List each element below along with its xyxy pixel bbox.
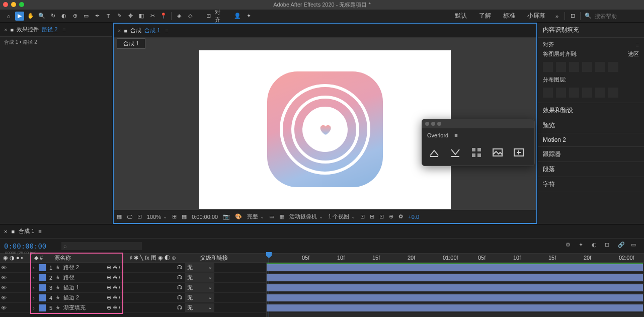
pickwhip-icon[interactable]: ☊ bbox=[177, 304, 182, 311]
mode-icons[interactable]: ⊕ ※ / bbox=[107, 284, 120, 291]
layer-name[interactable]: 渐变填充 bbox=[61, 304, 107, 311]
layer-bar[interactable] bbox=[267, 304, 643, 311]
overlord-image-icon[interactable] bbox=[491, 145, 505, 160]
parent-dropdown[interactable]: 无⌄ bbox=[185, 273, 214, 282]
dist-4-icon[interactable] bbox=[582, 88, 592, 98]
layer-name[interactable]: 路径 2 bbox=[61, 264, 107, 271]
dist-2-icon[interactable] bbox=[556, 88, 566, 98]
align-to-value[interactable]: 选区 bbox=[628, 50, 639, 58]
workspace-default[interactable]: 默认 bbox=[450, 12, 472, 20]
expand-icon[interactable]: › bbox=[30, 275, 37, 281]
vf-icon-3[interactable]: ⊡ bbox=[379, 213, 384, 220]
mode-icons[interactable]: ⊕ ※ / bbox=[107, 304, 120, 311]
search-icon[interactable]: 🔍 bbox=[584, 12, 593, 21]
snapshot-icon[interactable]: 📷 bbox=[223, 213, 230, 220]
exposure-value[interactable]: +0.0 bbox=[408, 214, 419, 220]
overlord-close-icon[interactable] bbox=[425, 122, 429, 126]
brush-tool-icon[interactable]: ✎ bbox=[115, 12, 124, 21]
visibility-icon[interactable]: 👁 bbox=[0, 295, 7, 301]
transparency-icon[interactable]: ▦ bbox=[279, 213, 284, 220]
grid-icon[interactable]: ▦ bbox=[182, 213, 187, 220]
parent-dropdown[interactable]: 无⌄ bbox=[185, 293, 214, 302]
layer-name[interactable]: 路径 bbox=[61, 274, 107, 281]
expand-icon[interactable]: › bbox=[30, 285, 37, 291]
vf-icon-5[interactable]: ✿ bbox=[398, 213, 403, 220]
mask-icon[interactable]: ✦ bbox=[244, 12, 253, 21]
expand-icon[interactable]: › bbox=[30, 265, 37, 271]
pickwhip-icon[interactable]: ☊ bbox=[177, 284, 182, 291]
align-right-icon[interactable] bbox=[569, 62, 579, 72]
dist-1-icon[interactable] bbox=[543, 88, 553, 98]
dist-5-icon[interactable] bbox=[595, 88, 605, 98]
time-ruler[interactable]: 05f 10f 15f 20f 01:00f 05f 10f 15f 20f 0… bbox=[267, 254, 644, 263]
section-align[interactable]: 对齐 bbox=[543, 41, 554, 48]
search-help-input[interactable] bbox=[595, 13, 640, 19]
pickwhip-icon[interactable]: ☊ bbox=[177, 294, 182, 301]
anchor-tool-icon[interactable]: ⊕ bbox=[70, 12, 79, 21]
text-tool-icon[interactable]: T bbox=[104, 12, 113, 21]
visibility-icon[interactable]: 👁 bbox=[0, 305, 7, 311]
comp-tab-active[interactable]: 合成 1 bbox=[144, 27, 160, 34]
zoom-dropdown[interactable]: 100% bbox=[147, 214, 167, 220]
effects-tab-label[interactable]: 效果控件 bbox=[17, 26, 39, 33]
snap-icon[interactable]: ⊡ bbox=[204, 12, 213, 21]
close-comp-tab-icon[interactable]: × bbox=[118, 28, 121, 34]
tl-icon-2[interactable]: ✦ bbox=[579, 242, 588, 251]
tl-icon-1[interactable]: ⚙ bbox=[566, 242, 575, 251]
vf-icon-2[interactable]: ⊞ bbox=[370, 213, 374, 220]
visibility-icon[interactable]: 👁 bbox=[0, 265, 7, 271]
timeline-tracks[interactable]: 05f 10f 15f 20f 01:00f 05f 10f 15f 20f 0… bbox=[267, 263, 644, 317]
layer-bar[interactable] bbox=[267, 274, 643, 281]
track[interactable] bbox=[267, 263, 644, 273]
comp-panel-menu-icon[interactable]: ≡ bbox=[165, 28, 168, 34]
align-hcenter-icon[interactable] bbox=[556, 62, 566, 72]
tl-icon-5[interactable]: 🔗 bbox=[618, 242, 627, 251]
dist-3-icon[interactable] bbox=[569, 88, 579, 98]
layer-row[interactable]: 👁 › 2 ★ 路径 ⊕ ※ / ☊无⌄ bbox=[0, 273, 266, 283]
rotate-tool-icon[interactable]: ◐ bbox=[59, 12, 68, 21]
overlord-grid-icon[interactable] bbox=[469, 145, 484, 160]
align-top-icon[interactable] bbox=[582, 62, 592, 72]
align-vcenter-icon[interactable] bbox=[595, 62, 605, 72]
clone-tool-icon[interactable]: ✥ bbox=[126, 12, 135, 21]
tl-icon-3[interactable]: ◐ bbox=[592, 242, 601, 251]
layer-row[interactable]: 👁 › 5 ★ 渐变填充 ⊕ ※ / ☊无⌄ bbox=[0, 303, 266, 313]
pickwhip-icon[interactable]: ☊ bbox=[177, 274, 182, 281]
layer-bar[interactable] bbox=[267, 294, 643, 301]
track[interactable] bbox=[267, 293, 644, 303]
layer-name[interactable]: 描边 1 bbox=[61, 284, 107, 291]
parent-dropdown[interactable]: 无⌄ bbox=[185, 303, 214, 312]
time-display[interactable]: 0:00:00:00 bbox=[192, 214, 218, 220]
views-dropdown[interactable]: 1 个视图 bbox=[328, 213, 355, 220]
mode-icons[interactable]: ⊕ ※ / bbox=[107, 264, 120, 271]
overlord-pull-icon[interactable] bbox=[448, 145, 462, 160]
section-character[interactable]: 字符 bbox=[543, 180, 639, 189]
align-left-icon[interactable] bbox=[543, 62, 553, 72]
eraser-tool-icon[interactable]: ◧ bbox=[137, 12, 146, 21]
tl-menu-icon[interactable]: ≡ bbox=[38, 228, 41, 234]
visibility-icon[interactable]: 👁 bbox=[0, 275, 7, 281]
help-toggle-icon[interactable]: ⊡ bbox=[568, 12, 577, 21]
display-icon[interactable]: 🖵 bbox=[127, 214, 132, 220]
overlord-min-icon[interactable] bbox=[431, 122, 435, 126]
shape-tool-icon[interactable]: ▭ bbox=[82, 12, 91, 21]
layer-row[interactable]: 👁 › 3 ★ 描边 1 ⊕ ※ / ☊无⌄ bbox=[0, 283, 266, 293]
selection-tool-icon[interactable]: ▶ bbox=[15, 12, 24, 21]
color-label[interactable] bbox=[39, 294, 46, 301]
maximize-window-icon[interactable] bbox=[19, 2, 24, 7]
color-icon[interactable]: 🎨 bbox=[235, 213, 242, 220]
pen-tool-icon[interactable]: ✒ bbox=[93, 12, 102, 21]
overlord-push-icon[interactable] bbox=[427, 145, 441, 160]
layer-bar[interactable] bbox=[267, 264, 643, 271]
minimize-window-icon[interactable] bbox=[11, 2, 16, 7]
color-label[interactable] bbox=[39, 274, 46, 281]
workspace-learn[interactable]: 了解 bbox=[474, 12, 496, 20]
tl-icon-6[interactable]: ▭ bbox=[631, 242, 640, 251]
section-motion2[interactable]: Motion 2 bbox=[543, 136, 639, 143]
color-label[interactable] bbox=[39, 284, 46, 291]
dist-6-icon[interactable] bbox=[608, 88, 618, 98]
expand-icon[interactable]: › bbox=[30, 305, 37, 311]
mode-icons[interactable]: ⊕ ※ / bbox=[107, 294, 120, 301]
section-preview[interactable]: 预览 bbox=[543, 121, 639, 130]
tl-comp-name[interactable]: 合成 1 bbox=[19, 227, 34, 235]
